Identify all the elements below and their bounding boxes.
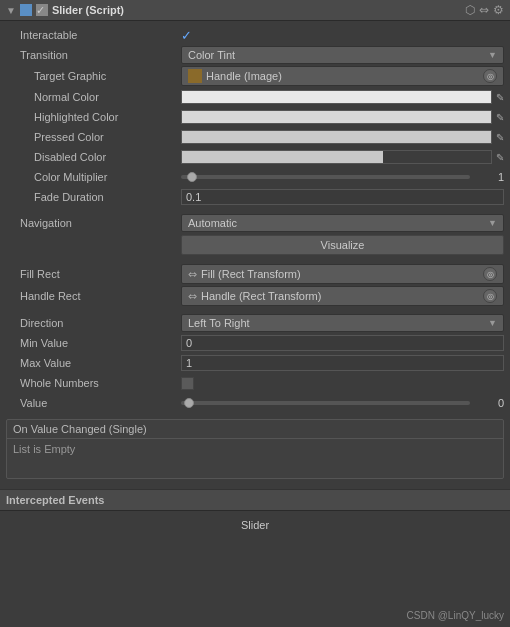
disabled-color-row: Disabled Color ✎ <box>0 147 510 167</box>
color-multiplier-track[interactable] <box>181 175 470 179</box>
target-graphic-label: Target Graphic <box>6 70 181 82</box>
fill-rect-label: Fill Rect <box>6 268 181 280</box>
fill-rect-text: Fill (Rect Transform) <box>201 268 301 280</box>
normal-color-edit-icon[interactable]: ✎ <box>496 92 504 103</box>
pressed-color-row: Pressed Color ✎ <box>0 127 510 147</box>
transition-label: Transition <box>6 49 181 61</box>
target-graphic-text: Handle (Image) <box>206 70 282 82</box>
visualize-button[interactable]: Visualize <box>181 235 504 255</box>
target-graphic-left: Handle (Image) <box>188 69 282 83</box>
event-body: List is Empty <box>7 439 503 459</box>
handle-rect-text: Handle (Rect Transform) <box>201 290 321 302</box>
slider-label-row: Slider <box>0 515 510 535</box>
normal-color-bar[interactable] <box>181 90 492 104</box>
color-multiplier-thumb[interactable] <box>187 172 197 182</box>
normal-color-bar-container: ✎ <box>181 90 504 104</box>
value-label: Value <box>6 397 181 409</box>
value-track[interactable] <box>181 401 470 405</box>
target-graphic-value-container: Handle (Image) ◎ <box>181 66 504 86</box>
handle-rect-label: Handle Rect <box>6 290 181 302</box>
navigation-value: Automatic ▼ <box>181 214 504 232</box>
navigation-dropdown-label: Automatic <box>188 217 237 229</box>
navigation-label: Navigation <box>6 217 181 229</box>
whole-numbers-row: Whole Numbers <box>0 373 510 393</box>
disabled-color-edit-icon[interactable]: ✎ <box>496 152 504 163</box>
event-header: On Value Changed (Single) <box>7 420 503 439</box>
transition-dropdown-arrow: ▼ <box>488 50 497 60</box>
max-value-input[interactable] <box>181 355 504 371</box>
highlighted-color-bar-container: ✎ <box>181 110 504 124</box>
interactable-label: Interactable <box>6 29 181 41</box>
min-value-row: Min Value <box>0 333 510 353</box>
event-section: On Value Changed (Single) List is Empty <box>6 419 504 479</box>
color-multiplier-label: Color Multiplier <box>6 171 181 183</box>
navigation-row: Navigation Automatic ▼ <box>0 213 510 233</box>
min-value-label: Min Value <box>6 337 181 349</box>
highlighted-color-row: Highlighted Color ✎ <box>0 107 510 127</box>
value-slider-container: 0 <box>181 397 504 409</box>
transition-value: Color Tint ▼ <box>181 46 504 64</box>
direction-row: Direction Left To Right ▼ <box>0 313 510 333</box>
fill-rect-row: Fill Rect ⇔ Fill (Rect Transform) ◎ <box>0 263 510 285</box>
pressed-color-bar-container: ✎ <box>181 130 504 144</box>
fade-duration-label: Fade Duration <box>6 191 181 203</box>
disabled-color-bar-container: ✎ <box>181 150 504 164</box>
direction-dropdown-arrow: ▼ <box>488 318 497 328</box>
settings-icon[interactable]: ⚙ <box>493 3 504 17</box>
handle-rect-icon: ⇔ <box>188 290 197 303</box>
collapse-arrow[interactable]: ▼ <box>6 5 16 16</box>
visualize-container: Visualize <box>0 233 510 257</box>
fill-rect-select-btn[interactable]: ◎ <box>483 267 497 281</box>
highlighted-color-value: ✎ <box>181 110 504 124</box>
interactable-row: Interactable ✓ <box>0 25 510 45</box>
disabled-color-label: Disabled Color <box>6 151 181 163</box>
target-graphic-field[interactable]: Handle (Image) ◎ <box>181 66 504 86</box>
max-value-label: Max Value <box>6 357 181 369</box>
fill-rect-field[interactable]: ⇔ Fill (Rect Transform) ◎ <box>181 264 504 284</box>
color-multiplier-value-container: 1 <box>181 171 504 183</box>
fill-rect-value-container: ⇔ Fill (Rect Transform) ◎ <box>181 264 504 284</box>
fade-duration-row: Fade Duration 0.1 <box>0 187 510 207</box>
whole-numbers-value <box>181 377 504 390</box>
intercepted-events-bar: Intercepted Events <box>0 489 510 510</box>
navigation-dropdown-arrow: ▼ <box>488 218 497 228</box>
max-value-value-container <box>181 355 504 371</box>
min-value-input[interactable] <box>181 335 504 351</box>
whole-numbers-label: Whole Numbers <box>6 377 181 389</box>
direction-dropdown-label: Left To Right <box>188 317 250 329</box>
image-icon <box>188 69 202 83</box>
direction-dropdown[interactable]: Left To Right ▼ <box>181 314 504 332</box>
expand-icon[interactable]: ⇔ <box>479 3 489 17</box>
disabled-color-bar[interactable] <box>181 150 492 164</box>
highlighted-color-bar[interactable] <box>181 110 492 124</box>
target-graphic-select-btn[interactable]: ◎ <box>483 69 497 83</box>
transition-dropdown-label: Color Tint <box>188 49 235 61</box>
pressed-color-bar[interactable] <box>181 130 492 144</box>
value-slider: 0 <box>181 397 504 409</box>
color-multiplier-slider-container: 1 <box>181 171 504 183</box>
transition-dropdown[interactable]: Color Tint ▼ <box>181 46 504 64</box>
transition-row: Transition Color Tint ▼ <box>0 45 510 65</box>
normal-color-row: Normal Color ✎ <box>0 87 510 107</box>
interactable-checkbox[interactable]: ✓ <box>181 28 192 43</box>
whole-numbers-checkbox[interactable] <box>181 377 194 390</box>
normal-color-label: Normal Color <box>6 91 181 103</box>
handle-rect-select-btn[interactable]: ◎ <box>483 289 497 303</box>
value-row: Value 0 <box>0 393 510 413</box>
script-checkbox-icon[interactable]: ✓ <box>36 4 48 16</box>
fill-rect-icon: ⇔ <box>188 268 197 281</box>
handle-rect-left: ⇔ Handle (Rect Transform) <box>188 290 321 303</box>
watermark: CSDN @LinQY_lucky <box>407 610 504 621</box>
handle-rect-field[interactable]: ⇔ Handle (Rect Transform) ◎ <box>181 286 504 306</box>
disabled-color-value: ✎ <box>181 150 504 164</box>
panel-icon <box>20 4 32 16</box>
fade-duration-input[interactable]: 0.1 <box>181 189 504 205</box>
navigation-dropdown[interactable]: Automatic ▼ <box>181 214 504 232</box>
bookmark-icon[interactable]: ⬡ <box>465 3 475 17</box>
direction-value: Left To Right ▼ <box>181 314 504 332</box>
highlighted-color-edit-icon[interactable]: ✎ <box>496 112 504 123</box>
highlighted-color-label: Highlighted Color <box>6 111 181 123</box>
value-thumb[interactable] <box>184 398 194 408</box>
handle-rect-value-container: ⇔ Handle (Rect Transform) ◎ <box>181 286 504 306</box>
pressed-color-edit-icon[interactable]: ✎ <box>496 132 504 143</box>
